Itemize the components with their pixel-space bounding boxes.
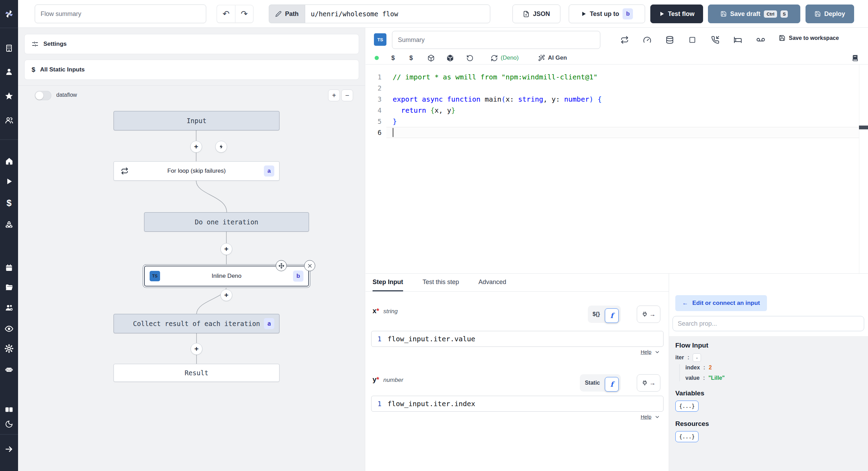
- concurrency-gauge-icon[interactable]: [643, 35, 652, 44]
- dataflow-toggle[interactable]: [35, 91, 51, 100]
- schedules-calendar-icon[interactable]: [5, 263, 14, 272]
- dollar-icon: $: [32, 66, 35, 74]
- template-mode-option[interactable]: ${}: [590, 311, 603, 317]
- javascript-mode-option[interactable]: f: [605, 308, 619, 323]
- field-y-help[interactable]: Help: [641, 414, 660, 420]
- field-x-connect-button[interactable]: →: [637, 306, 660, 323]
- sidebar-divider: [0, 28, 18, 28]
- play-icon: [659, 11, 665, 17]
- all-static-inputs-button[interactable]: $ All Static Inputs: [24, 60, 359, 80]
- groups-settings-icon[interactable]: [5, 303, 14, 312]
- zoom-out-button[interactable]: −: [341, 89, 353, 101]
- docs-books-icon[interactable]: [5, 405, 14, 414]
- save-to-workspace-button[interactable]: Save to workspace: [779, 35, 839, 41]
- deno-label: (Deno): [501, 54, 519, 61]
- move-node-handle[interactable]: [276, 260, 287, 271]
- zoom-in-button[interactable]: +: [328, 89, 340, 101]
- dataflow-label: dataflow: [56, 92, 77, 98]
- tab-advanced[interactable]: Advanced: [478, 274, 506, 291]
- flow-node-iteration[interactable]: Do one iteration: [144, 212, 309, 232]
- mock-voicemail-icon[interactable]: [756, 35, 765, 44]
- package-box-icon[interactable]: [427, 53, 435, 63]
- flow-settings-button[interactable]: Settings: [24, 34, 359, 54]
- flow-node-result[interactable]: Result: [114, 364, 279, 382]
- prop-search-input[interactable]: [673, 316, 864, 331]
- static-mode-option[interactable]: Static: [582, 380, 603, 386]
- undo-button[interactable]: ↶: [217, 5, 235, 23]
- variables-object-button[interactable]: {...}: [675, 401, 699, 412]
- json-button[interactable]: JSON: [512, 5, 560, 23]
- user-icon[interactable]: [5, 67, 14, 76]
- step-tabs: Step Input Test this step Advanced: [366, 274, 669, 292]
- test-flow-button[interactable]: Test flow: [650, 5, 703, 23]
- sleep-bed-icon[interactable]: [733, 35, 742, 44]
- tree-row-index[interactable]: index : 2: [685, 365, 862, 371]
- tab-step-input[interactable]: Step Input: [373, 274, 403, 291]
- folders-icon[interactable]: [5, 283, 14, 292]
- code-editor[interactable]: 123456 // import * as wmill from "npm:wi…: [366, 65, 868, 273]
- add-step-button[interactable]: +: [191, 343, 202, 355]
- add-step-button[interactable]: +: [220, 243, 232, 255]
- docs-book-icon[interactable]: [852, 53, 859, 63]
- expand-sidebar-arrow-icon[interactable]: [5, 445, 14, 454]
- redo-button[interactable]: ↷: [235, 5, 253, 23]
- tab-test-this-step[interactable]: Test this step: [423, 274, 459, 291]
- flow-summary-input[interactable]: [35, 5, 206, 23]
- line-number: 1: [372, 335, 387, 343]
- test-up-to-button[interactable]: Test up to b: [569, 5, 645, 23]
- reset-rotate-ccw-icon[interactable]: [466, 53, 474, 63]
- vars-dollar-icon[interactable]: $: [409, 53, 413, 63]
- code-content[interactable]: // import * as wmill from "npm:windmill-…: [393, 71, 858, 138]
- delete-node-button[interactable]: [304, 260, 315, 271]
- flow-node-forloop[interactable]: For loop (skip failures) a: [114, 161, 279, 181]
- step-editor-panel: TS Save to workspace $ $ (Deno) AI Gen: [366, 28, 868, 273]
- add-step-button[interactable]: +: [190, 141, 202, 153]
- assets-dollar-icon[interactable]: $: [391, 53, 395, 63]
- home-icon[interactable]: [5, 156, 14, 165]
- flow-node-collect[interactable]: Collect result of each iteration a: [114, 314, 279, 333]
- path-input[interactable]: [305, 5, 490, 23]
- star-favorites-icon[interactable]: [5, 92, 14, 101]
- robot-workers-icon[interactable]: [5, 365, 14, 374]
- add-step-button[interactable]: +: [220, 289, 232, 301]
- javascript-mode-option[interactable]: f: [605, 377, 619, 392]
- flow-node-inline-deno[interactable]: TS Inline Deno b: [144, 266, 309, 286]
- resources-boxes-icon[interactable]: [5, 221, 14, 230]
- flow-node-input[interactable]: Input: [114, 111, 279, 130]
- edit-or-connect-button[interactable]: ← Edit or connect an input: [675, 295, 767, 311]
- step-summary-input[interactable]: [392, 31, 600, 49]
- deploy-button[interactable]: Deploy: [806, 5, 854, 23]
- field-x-help[interactable]: Help: [641, 349, 660, 355]
- tree-row-value[interactable]: value : "Lille": [685, 375, 862, 381]
- tree-row-iter[interactable]: iter : -: [675, 353, 862, 362]
- early-stop-square-icon[interactable]: [688, 35, 697, 44]
- cache-database-icon[interactable]: [665, 35, 674, 44]
- settings-gear-icon[interactable]: [5, 344, 14, 353]
- users-icon[interactable]: [5, 115, 14, 125]
- wand-icon: [538, 54, 545, 61]
- ai-gen-button[interactable]: AI Gen: [538, 53, 567, 63]
- save-draft-button[interactable]: Save draft Ctrl S: [708, 5, 800, 23]
- resources-object-button[interactable]: {...}: [675, 431, 699, 442]
- path-edit-button[interactable]: Path: [269, 5, 305, 23]
- field-y-connect-button[interactable]: →: [637, 374, 660, 392]
- collapse-button[interactable]: -: [693, 353, 701, 362]
- package-box-filled-icon[interactable]: [446, 53, 454, 63]
- runs-play-icon[interactable]: [5, 177, 14, 186]
- audit-eye-icon[interactable]: [5, 324, 14, 333]
- trigger-bolt-button[interactable]: [215, 141, 227, 153]
- field-y-expression-editor[interactable]: 1 flow_input.iter.index: [371, 396, 663, 412]
- flow-input-title: Flow Input: [675, 342, 862, 349]
- editor-scrollbar[interactable]: [859, 65, 868, 273]
- retries-repeat-icon[interactable]: [620, 35, 629, 44]
- variables-dollar-icon[interactable]: $: [5, 198, 14, 207]
- reload-deno-button[interactable]: (Deno): [491, 53, 519, 63]
- dark-mode-moon-icon[interactable]: [5, 420, 14, 429]
- file-json-icon: [523, 11, 529, 17]
- windmill-logo-icon[interactable]: [3, 8, 15, 20]
- suspend-phone-icon[interactable]: [711, 35, 720, 44]
- workspace-building-icon[interactable]: [5, 44, 14, 53]
- path-label: Path: [285, 10, 299, 18]
- field-x-expression-editor[interactable]: 1 flow_input.iter.value: [371, 331, 663, 347]
- flow-graph-canvas[interactable]: Input + For loop (skip failures) a Do on…: [18, 104, 365, 471]
